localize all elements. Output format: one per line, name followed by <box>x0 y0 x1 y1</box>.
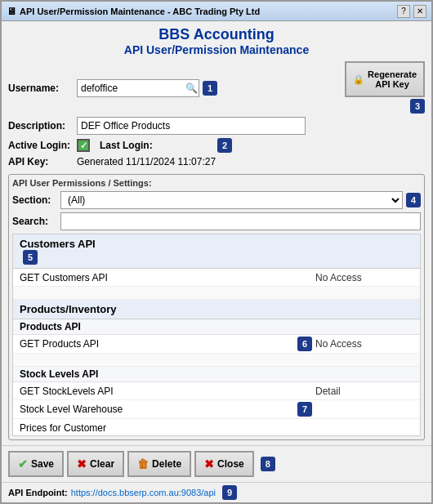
category-products-inventory: Products/Inventory <box>13 300 420 319</box>
api-key-row: API Key: Generated 11/11/2024 11:07:27 <box>8 156 425 167</box>
api-key-value: Generated 11/11/2024 11:07:27 <box>77 156 216 167</box>
footer-buttons: ✔ Save ✖ Clear 🗑 Delete ✖ Close 8 <box>2 445 431 482</box>
api-endpoint-link[interactable]: https://docs.bbserp.com.au:9083/api <box>71 488 216 497</box>
main-window: 🖥 API User/Permission Maintenance - ABC … <box>0 0 433 504</box>
prices-customer-label: Prices for Customer <box>20 422 315 434</box>
spacer-2 <box>13 354 420 367</box>
save-button[interactable]: ✔ Save <box>8 451 64 477</box>
clear-button[interactable]: ✖ Clear <box>67 451 124 477</box>
subcategory-stock-levels: Stock Levels API <box>13 367 420 382</box>
username-input[interactable] <box>77 79 199 97</box>
title-bar: 🖥 API User/Permission Maintenance - ABC … <box>2 2 431 21</box>
badge-4: 4 <box>406 193 421 207</box>
close-label: Close <box>217 458 244 470</box>
badge-3: 3 <box>410 99 425 114</box>
api-endpoint-bar: API Endpoint: https://docs.bbserp.com.au… <box>2 482 431 502</box>
window-title: API User/Permission Maintenance - ABC Tr… <box>20 7 260 16</box>
active-login-checkbox[interactable]: ✓ <box>77 139 90 152</box>
badge-5: 5 <box>23 250 38 265</box>
category-customers-api: Customers API 5 <box>13 234 420 269</box>
stock-level-warehouse-label: Stock Level Warehouse <box>20 404 297 415</box>
get-products-label: GET Products API <box>20 338 297 350</box>
permissions-title: API User Permissions / Settings: <box>12 178 421 188</box>
username-search-button[interactable]: 🔍 <box>183 80 199 96</box>
perm-item-prices-customer: Prices for Customer <box>13 419 420 436</box>
get-stock-levels-label: GET StockLevels API <box>20 386 315 397</box>
perm-item-get-customers: GET Customers API No Access <box>13 269 420 287</box>
badge-8: 8 <box>261 457 275 471</box>
description-row: Description: <box>8 117 425 135</box>
active-login-label: Active Login: <box>8 140 74 151</box>
regenerate-api-key-button[interactable]: 🔒 RegenerateAPI Key <box>345 61 425 97</box>
app-subtitle: API User/Permission Maintenance <box>8 43 425 56</box>
title-bar-left: 🖥 API User/Permission Maintenance - ABC … <box>7 6 260 17</box>
delete-button[interactable]: 🗑 Delete <box>127 451 191 477</box>
clear-label: Clear <box>90 458 114 470</box>
badge-7: 7 <box>297 402 312 417</box>
checkmark-icon: ✓ <box>80 140 87 151</box>
help-button[interactable]: ? <box>397 5 410 18</box>
search-label: Search: <box>12 216 57 227</box>
subcategory-products-api: Products API <box>13 319 420 335</box>
badge-6: 6 <box>297 337 312 351</box>
app-icon: 🖥 <box>7 6 16 17</box>
badge-1: 1 <box>203 81 217 96</box>
username-input-wrapper: 🔍 <box>77 79 199 97</box>
last-login-label: Last Login: <box>100 140 165 151</box>
save-icon: ✔ <box>18 457 28 471</box>
get-products-value: No Access <box>315 338 413 350</box>
permissions-list: Customers API 5 GET Customers API No Acc… <box>12 234 421 436</box>
username-label: Username: <box>8 83 74 94</box>
subcategory-stock-label: Stock Levels API <box>20 368 98 380</box>
section-row: Section: (All) 4 <box>12 191 421 209</box>
perm-item-stock-level-warehouse: Stock Level Warehouse 7 <box>13 400 420 419</box>
description-label: Description: <box>8 120 74 132</box>
app-name: BBS Accounting <box>8 26 425 43</box>
close-window-button[interactable]: ✕ <box>413 5 426 18</box>
close-icon: ✖ <box>204 457 214 471</box>
badge-2: 2 <box>217 138 232 153</box>
delete-icon: 🗑 <box>137 457 149 471</box>
delete-label: Delete <box>152 458 181 470</box>
regen-panel: 🔒 RegenerateAPI Key 3 <box>345 61 425 114</box>
api-endpoint-label: API Endpoint: <box>8 488 68 497</box>
badge-9: 9 <box>222 485 237 500</box>
close-button[interactable]: ✖ Close <box>194 451 254 477</box>
perm-item-get-stock-levels: GET StockLevels API Detail <box>13 382 420 400</box>
category-products-label: Products/Inventory <box>20 303 116 315</box>
section-label: Section: <box>12 194 57 206</box>
category-customers-label: Customers API <box>20 238 96 250</box>
active-login-row: Active Login: ✓ Last Login: 2 <box>8 138 425 153</box>
section-select[interactable]: (All) <box>60 191 403 209</box>
get-stock-levels-value: Detail <box>315 386 413 397</box>
title-bar-controls: ? ✕ <box>397 5 426 18</box>
get-customers-label: GET Customers API <box>20 272 315 283</box>
save-label: Save <box>31 458 54 470</box>
api-key-label: API Key: <box>8 156 74 167</box>
get-customers-value: No Access <box>315 272 413 283</box>
perm-item-get-products: GET Products API 6 No Access <box>13 335 420 354</box>
description-input[interactable] <box>77 117 306 135</box>
clear-icon: ✖ <box>77 457 87 471</box>
spacer-1 <box>13 287 420 300</box>
regen-label: RegenerateAPI Key <box>368 69 417 89</box>
search-row: Search: <box>12 212 421 230</box>
search-input[interactable] <box>60 212 421 230</box>
main-content: BBS Accounting API User/Permission Maint… <box>2 21 431 445</box>
permissions-section: API User Permissions / Settings: Section… <box>8 174 425 440</box>
subcategory-products-label: Products API <box>20 321 81 332</box>
lock-icon: 🔒 <box>353 74 364 85</box>
username-row: Username: 🔍 1 🔒 RegenerateAPI Key 3 <box>8 63 425 114</box>
app-header: BBS Accounting API User/Permission Maint… <box>8 26 425 56</box>
